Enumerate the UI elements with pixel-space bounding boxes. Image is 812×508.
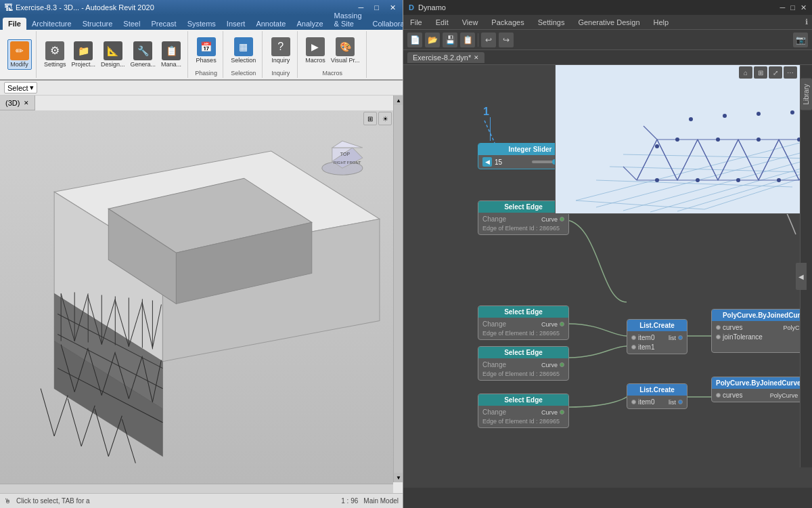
file-tab-exercise[interactable]: Exercise-8.2.dyn* ✕ <box>407 52 484 63</box>
mana-label: Mana... <box>161 62 181 68</box>
view-scroll-vertical[interactable]: ▲ ▼ <box>393 96 403 482</box>
select-edge-2-port <box>560 322 564 326</box>
selection-group-label: Selection <box>231 70 256 77</box>
scroll-up-btn[interactable]: ▲ <box>394 96 403 105</box>
list-create-1-body: item0 list item1 <box>627 331 687 354</box>
view-tab-close-icon[interactable]: ✕ <box>24 100 29 106</box>
polycurve2-curves-label: curves <box>723 391 742 399</box>
settings-label: Settings <box>44 62 66 68</box>
select-edge-1-out: Curve <box>541 216 564 223</box>
library-expand-arrow[interactable]: ◀ <box>796 263 807 290</box>
scroll-thumb-v[interactable] <box>394 105 403 473</box>
tab-systems[interactable]: Systems <box>182 18 221 30</box>
inquiry-buttons: ? Inquiry <box>269 33 292 68</box>
slider-decrease-btn[interactable]: ◀ <box>482 157 492 167</box>
view-tool-2[interactable]: ☀ <box>378 112 392 125</box>
view-tool-1[interactable]: ⊞ <box>363 112 377 125</box>
macros-button[interactable]: ▶ Macros <box>303 36 328 66</box>
tab-file[interactable]: File <box>3 18 26 30</box>
tab-massing[interactable]: Massing & Site <box>329 9 367 30</box>
polycurve-2-in1: curves <box>716 391 742 399</box>
select-edge-4-row-1: Change Curve <box>482 408 564 417</box>
screenshot-btn[interactable]: 📷 <box>793 33 808 47</box>
dynamo-menu-edit[interactable]: Edit <box>433 17 451 28</box>
polycurve-1-row-1: curves PolyCurve <box>716 323 812 332</box>
tab-insert[interactable]: Insert <box>221 18 251 30</box>
genera-label: Genera... <box>131 62 156 68</box>
library-toggle[interactable]: Library <box>800 79 812 110</box>
dyn-view-expand[interactable]: ⤢ <box>769 66 782 79</box>
dyn-view-fit[interactable]: ⊞ <box>754 66 767 79</box>
new-file-btn[interactable]: 📄 <box>407 33 422 47</box>
dynamo-title-left: D Dynamo <box>409 3 446 12</box>
scroll-down-btn[interactable]: ▼ <box>394 473 403 482</box>
macros-label: Macros <box>305 58 325 64</box>
view-tab-3d[interactable]: (3D) ✕ <box>0 96 35 110</box>
visual-pr-button[interactable]: 🎨 Visual Pr... <box>329 36 362 66</box>
dyn-view-home[interactable]: ⌂ <box>739 66 752 79</box>
file-tab-close-icon[interactable]: ✕ <box>474 54 479 61</box>
view-scroll-horizontal[interactable] <box>0 484 393 493</box>
tab-structure[interactable]: Structure <box>77 18 118 30</box>
select-edge-2-header: Select Edge <box>478 306 568 318</box>
design-label: Design... <box>101 62 125 68</box>
dynamo-menu-file[interactable]: File <box>407 17 425 28</box>
annotation-number: 1 <box>483 106 489 118</box>
dynamo-close-btn[interactable]: ✕ <box>800 3 807 12</box>
select-edge-1-output: Curve <box>541 216 558 223</box>
settings-button[interactable]: ⚙ Settings <box>42 40 68 70</box>
mana-button[interactable]: 📋 Mana... <box>159 40 183 70</box>
inquiry-button[interactable]: ? Inquiry <box>269 36 292 66</box>
revit-maximize-btn[interactable]: □ <box>371 3 382 12</box>
building-3d-view: TOP FRONT RIGHT <box>0 110 393 493</box>
selection-label: Selection <box>231 58 256 64</box>
dynamo-info-icon[interactable]: ℹ <box>805 18 808 26</box>
list-create-1-out: list <box>669 335 683 341</box>
design-button[interactable]: 📐 Design... <box>99 40 127 70</box>
dynamo-menu-view[interactable]: View <box>459 17 481 28</box>
select-edge-3-node: Select Edge Change Curve Edge of Element… <box>478 346 569 381</box>
polycurve-1-body: curves PolyCurve joinTolerance aut <box>712 321 812 352</box>
modify-button[interactable]: ✏ Modify <box>7 39 32 70</box>
ribbon-group-modify: ✏ Modify <box>3 31 37 78</box>
polycurve2-in1-dot <box>716 393 721 398</box>
genera-button[interactable]: 🔧 Genera... <box>129 40 158 70</box>
dynamo-menu-settings[interactable]: Settings <box>535 17 568 28</box>
selection-button[interactable]: ▦ Selection <box>229 36 258 66</box>
dynamo-maximize-btn[interactable]: □ <box>790 3 795 12</box>
select-edge-1-row-1: Change Curve <box>482 215 564 224</box>
tab-architecture[interactable]: Architecture <box>26 18 77 30</box>
tab-annotate[interactable]: Annotate <box>250 18 291 30</box>
dyn-view-more[interactable]: ⋯ <box>784 66 797 79</box>
svg-text:TOP: TOP <box>340 152 351 156</box>
select-edge-2-out: Curve <box>541 321 564 328</box>
select-edge-3-change: Change <box>482 361 506 368</box>
undo-btn[interactable]: ↩ <box>481 33 496 47</box>
dynamo-menu-generative[interactable]: Generative Design <box>575 17 642 28</box>
tab-steel[interactable]: Steel <box>118 18 145 30</box>
phases-button[interactable]: 📅 Phases <box>194 36 219 66</box>
slider-value: 15 <box>495 158 529 166</box>
save-as-btn[interactable]: 📋 <box>460 33 475 47</box>
select-edge-2-body: Change Curve Edge of Element Id : 286965 <box>478 318 568 339</box>
modify-icon: ✏ <box>10 41 29 60</box>
dynamo-menu-packages[interactable]: Packages <box>489 17 526 28</box>
revit-app-icon: 🏗 <box>4 3 13 13</box>
revit-close-btn[interactable]: ✕ <box>387 3 399 12</box>
polycurve-curves-label: curves <box>723 324 742 331</box>
select-dropdown[interactable]: Select ▾ <box>4 82 37 93</box>
dynamo-graph[interactable]: 1 Integer Slider ◀ 15 ▶ Co <box>403 65 812 488</box>
select-edge-1-edge: Edge of Element Id : 286965 <box>482 225 560 232</box>
project-button[interactable]: 📁 Project... <box>70 40 98 70</box>
open-file-btn[interactable]: 📂 <box>425 33 440 47</box>
phases-label: Phases <box>196 58 217 64</box>
list-output-label: list <box>669 335 676 341</box>
tab-analyze[interactable]: Analyze <box>291 18 328 30</box>
dynamo-minimize-btn[interactable]: ─ <box>780 3 786 12</box>
tab-precast[interactable]: Precast <box>145 18 181 30</box>
redo-btn[interactable]: ↪ <box>499 33 514 47</box>
save-btn[interactable]: 💾 <box>443 33 457 47</box>
dynamo-menu-help[interactable]: Help <box>651 17 672 28</box>
select-edge-4-node: Select Edge Change Curve Edge of Element… <box>478 394 569 428</box>
dynamo-main: 1 Integer Slider ◀ 15 ▶ Co <box>403 65 812 508</box>
